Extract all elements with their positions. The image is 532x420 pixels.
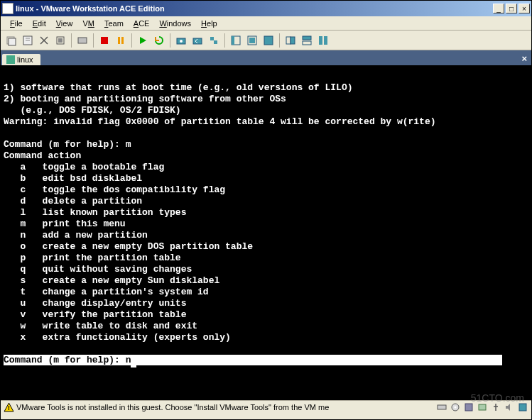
term-line: u change display/entry units bbox=[4, 298, 186, 309]
term-line: v verify the partition table bbox=[4, 309, 186, 320]
svg-rect-7 bbox=[118, 37, 120, 44]
term-line: w write table to disk and exit bbox=[4, 321, 197, 331]
tray-cd-icon[interactable] bbox=[449, 402, 461, 413]
svg-rect-25 bbox=[6, 55, 15, 64]
watermark: 51CTO.com bbox=[471, 392, 524, 404]
toolbar-sep-2 bbox=[93, 33, 94, 48]
toolbar-sep-6 bbox=[279, 33, 280, 48]
menu-file[interactable]: File bbox=[5, 18, 28, 29]
svg-rect-13 bbox=[214, 40, 217, 44]
status-bar: ! VMware Tools is not installed in this … bbox=[1, 400, 531, 414]
term-line: t change a partition's system id bbox=[4, 287, 209, 297]
pause-button[interactable] bbox=[113, 33, 129, 48]
menu-windows[interactable]: Windows bbox=[154, 18, 196, 29]
toolbar bbox=[1, 31, 531, 50]
term-line: 1) software that runs at boot time (e.g.… bbox=[4, 82, 352, 93]
status-text: VMware Tools is not installed in this gu… bbox=[16, 403, 435, 411]
term-line: a toggle a bootable flag bbox=[4, 162, 164, 172]
term-line: s create a new empty Sun disklabel bbox=[4, 275, 219, 286]
reset-button[interactable] bbox=[151, 33, 167, 48]
toolbar-sep-5 bbox=[224, 33, 225, 48]
svg-rect-24 bbox=[324, 36, 327, 45]
svg-rect-4 bbox=[58, 38, 63, 43]
play-button[interactable] bbox=[135, 33, 151, 48]
menu-help[interactable]: Help bbox=[196, 18, 222, 29]
close-button[interactable]: × bbox=[519, 4, 530, 13]
fullscreen-button[interactable] bbox=[261, 33, 276, 48]
term-line: b edit bsd disklabel bbox=[4, 173, 142, 184]
svg-point-10 bbox=[180, 40, 183, 43]
menu-view[interactable]: View bbox=[51, 18, 78, 29]
toolbar-btn-3[interactable] bbox=[36, 33, 52, 48]
unity-button[interactable] bbox=[283, 33, 298, 48]
svg-rect-17 bbox=[249, 38, 255, 43]
warning-icon: ! bbox=[4, 402, 14, 413]
term-line: q quit without saving changes bbox=[4, 264, 192, 275]
term-line: Command action bbox=[4, 150, 81, 161]
term-line: l list known partition types bbox=[4, 207, 186, 218]
revert-button[interactable] bbox=[190, 33, 205, 48]
tab-label: linux bbox=[17, 55, 33, 64]
svg-point-29 bbox=[454, 407, 456, 409]
term-prompt: Command (m for help): n bbox=[4, 355, 131, 365]
svg-rect-27 bbox=[438, 405, 446, 409]
menu-ace[interactable]: ACE bbox=[129, 18, 155, 29]
term-line: d delete a partition bbox=[4, 196, 142, 206]
toolbar-btn-2[interactable] bbox=[20, 33, 36, 48]
tab-close-button[interactable]: × bbox=[521, 53, 527, 64]
svg-rect-8 bbox=[121, 37, 124, 44]
toolbar-btn-5[interactable] bbox=[75, 33, 90, 48]
svg-rect-22 bbox=[303, 41, 311, 45]
term-line: c toggle the dos compatibility flag bbox=[4, 184, 225, 195]
svg-rect-19 bbox=[286, 37, 291, 44]
svg-rect-20 bbox=[291, 37, 295, 44]
toolbar-btn-1[interactable] bbox=[4, 33, 19, 48]
toolbar-sep-4 bbox=[170, 33, 170, 48]
svg-rect-31 bbox=[479, 404, 486, 410]
term-line: Warning: invalid flag 0x0000 of partitio… bbox=[4, 116, 436, 127]
view-btn-3[interactable] bbox=[299, 33, 315, 48]
snapshot-button[interactable] bbox=[173, 33, 189, 48]
svg-rect-6 bbox=[101, 37, 108, 44]
menu-vm[interactable]: VM bbox=[77, 18, 99, 29]
stop-button[interactable] bbox=[97, 33, 112, 48]
svg-rect-18 bbox=[264, 36, 273, 45]
svg-rect-21 bbox=[303, 36, 311, 40]
term-prompt-fill bbox=[136, 355, 502, 365]
title-bar: linux - VMware Workstation ACE Edition _… bbox=[1, 1, 531, 16]
term-line: n add a new partition bbox=[4, 230, 148, 241]
window-title: linux - VMware Workstation ACE Edition bbox=[16, 4, 493, 13]
tray-hdd-icon[interactable] bbox=[435, 402, 447, 413]
maximize-button[interactable]: □ bbox=[506, 4, 517, 13]
menu-edit[interactable]: Edit bbox=[28, 18, 51, 29]
svg-rect-1 bbox=[9, 38, 16, 45]
term-line: o create a new empty DOS partition table bbox=[4, 241, 253, 252]
view-btn-2[interactable] bbox=[244, 33, 260, 48]
svg-rect-30 bbox=[465, 404, 472, 411]
term-line: 2) booting and partitioning software fro… bbox=[4, 94, 286, 104]
term-line: (e.g., DOS FDISK, OS/2 FDISK) bbox=[4, 105, 181, 116]
term-line: Command (m for help): m bbox=[4, 139, 131, 150]
minimize-button[interactable]: _ bbox=[493, 4, 504, 13]
term-line: x extra functionality (experts only) bbox=[4, 332, 231, 343]
app-icon bbox=[2, 3, 13, 14]
view-btn-1[interactable] bbox=[228, 33, 244, 48]
terminal[interactable]: 1) software that runs at boot time (e.g.… bbox=[1, 65, 531, 400]
term-line: m print this menu bbox=[4, 219, 126, 229]
manage-snapshot-button[interactable] bbox=[206, 33, 222, 48]
tab-icon bbox=[6, 55, 15, 64]
tab-linux[interactable]: linux bbox=[2, 54, 40, 65]
svg-rect-12 bbox=[210, 37, 214, 40]
toolbar-btn-4[interactable] bbox=[53, 33, 68, 48]
toolbar-sep-1 bbox=[71, 33, 72, 48]
view-btn-4[interactable] bbox=[315, 33, 331, 48]
tab-bar: linux × bbox=[1, 50, 531, 65]
menu-team[interactable]: Team bbox=[99, 18, 129, 29]
svg-text:!: ! bbox=[8, 404, 10, 411]
svg-rect-32 bbox=[519, 404, 526, 411]
toolbar-sep-3 bbox=[131, 33, 132, 48]
menu-bar: File Edit View VM Team ACE Windows Help bbox=[1, 16, 531, 31]
svg-rect-15 bbox=[232, 36, 234, 45]
term-line: p print the partition table bbox=[4, 253, 181, 263]
svg-rect-23 bbox=[319, 36, 322, 45]
